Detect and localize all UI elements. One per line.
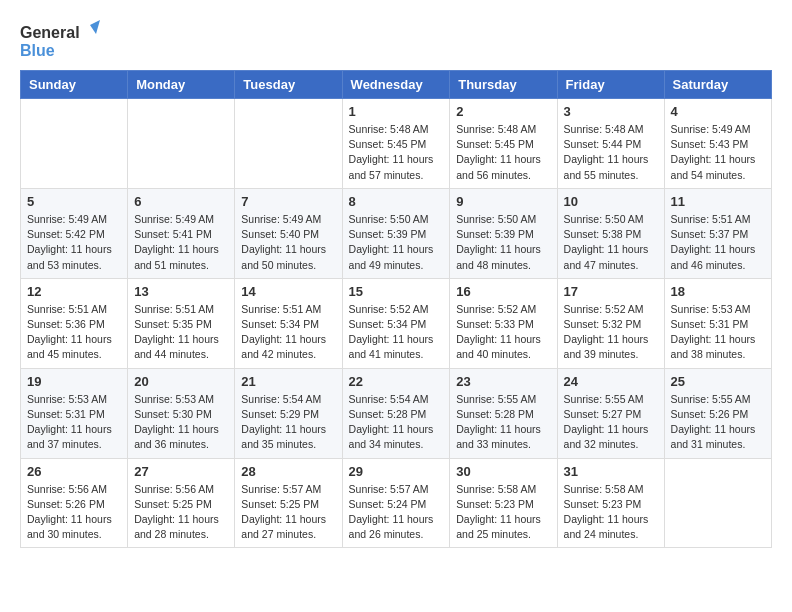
week-row-3: 12Sunrise: 5:51 AM Sunset: 5:36 PM Dayli…: [21, 278, 772, 368]
day-number: 17: [564, 284, 658, 299]
day-number: 26: [27, 464, 121, 479]
day-info: Sunrise: 5:52 AM Sunset: 5:32 PM Dayligh…: [564, 302, 658, 363]
day-cell-20: 20Sunrise: 5:53 AM Sunset: 5:30 PM Dayli…: [128, 368, 235, 458]
day-number: 1: [349, 104, 444, 119]
day-info: Sunrise: 5:56 AM Sunset: 5:25 PM Dayligh…: [134, 482, 228, 543]
day-info: Sunrise: 5:48 AM Sunset: 5:45 PM Dayligh…: [456, 122, 550, 183]
week-row-2: 5Sunrise: 5:49 AM Sunset: 5:42 PM Daylig…: [21, 188, 772, 278]
day-info: Sunrise: 5:52 AM Sunset: 5:34 PM Dayligh…: [349, 302, 444, 363]
day-cell-30: 30Sunrise: 5:58 AM Sunset: 5:23 PM Dayli…: [450, 458, 557, 548]
day-cell-23: 23Sunrise: 5:55 AM Sunset: 5:28 PM Dayli…: [450, 368, 557, 458]
day-number: 28: [241, 464, 335, 479]
day-cell-11: 11Sunrise: 5:51 AM Sunset: 5:37 PM Dayli…: [664, 188, 771, 278]
day-info: Sunrise: 5:58 AM Sunset: 5:23 PM Dayligh…: [564, 482, 658, 543]
empty-cell: [235, 99, 342, 189]
day-cell-25: 25Sunrise: 5:55 AM Sunset: 5:26 PM Dayli…: [664, 368, 771, 458]
day-info: Sunrise: 5:55 AM Sunset: 5:27 PM Dayligh…: [564, 392, 658, 453]
day-cell-4: 4Sunrise: 5:49 AM Sunset: 5:43 PM Daylig…: [664, 99, 771, 189]
day-info: Sunrise: 5:56 AM Sunset: 5:26 PM Dayligh…: [27, 482, 121, 543]
day-info: Sunrise: 5:53 AM Sunset: 5:30 PM Dayligh…: [134, 392, 228, 453]
day-cell-24: 24Sunrise: 5:55 AM Sunset: 5:27 PM Dayli…: [557, 368, 664, 458]
day-cell-16: 16Sunrise: 5:52 AM Sunset: 5:33 PM Dayli…: [450, 278, 557, 368]
day-cell-18: 18Sunrise: 5:53 AM Sunset: 5:31 PM Dayli…: [664, 278, 771, 368]
svg-text:General: General: [20, 24, 80, 41]
day-info: Sunrise: 5:48 AM Sunset: 5:45 PM Dayligh…: [349, 122, 444, 183]
week-row-4: 19Sunrise: 5:53 AM Sunset: 5:31 PM Dayli…: [21, 368, 772, 458]
day-cell-9: 9Sunrise: 5:50 AM Sunset: 5:39 PM Daylig…: [450, 188, 557, 278]
svg-marker-2: [90, 20, 100, 34]
day-info: Sunrise: 5:51 AM Sunset: 5:36 PM Dayligh…: [27, 302, 121, 363]
empty-cell: [664, 458, 771, 548]
day-cell-8: 8Sunrise: 5:50 AM Sunset: 5:39 PM Daylig…: [342, 188, 450, 278]
page-header: GeneralBlue: [20, 20, 772, 60]
weekday-header-thursday: Thursday: [450, 71, 557, 99]
day-info: Sunrise: 5:57 AM Sunset: 5:24 PM Dayligh…: [349, 482, 444, 543]
day-number: 9: [456, 194, 550, 209]
day-cell-21: 21Sunrise: 5:54 AM Sunset: 5:29 PM Dayli…: [235, 368, 342, 458]
day-cell-12: 12Sunrise: 5:51 AM Sunset: 5:36 PM Dayli…: [21, 278, 128, 368]
day-number: 5: [27, 194, 121, 209]
weekday-header-saturday: Saturday: [664, 71, 771, 99]
day-info: Sunrise: 5:50 AM Sunset: 5:38 PM Dayligh…: [564, 212, 658, 273]
empty-cell: [128, 99, 235, 189]
day-info: Sunrise: 5:49 AM Sunset: 5:43 PM Dayligh…: [671, 122, 765, 183]
day-cell-3: 3Sunrise: 5:48 AM Sunset: 5:44 PM Daylig…: [557, 99, 664, 189]
day-info: Sunrise: 5:50 AM Sunset: 5:39 PM Dayligh…: [456, 212, 550, 273]
logo: GeneralBlue: [20, 20, 100, 60]
day-info: Sunrise: 5:49 AM Sunset: 5:40 PM Dayligh…: [241, 212, 335, 273]
day-cell-19: 19Sunrise: 5:53 AM Sunset: 5:31 PM Dayli…: [21, 368, 128, 458]
day-number: 30: [456, 464, 550, 479]
day-cell-28: 28Sunrise: 5:57 AM Sunset: 5:25 PM Dayli…: [235, 458, 342, 548]
day-number: 19: [27, 374, 121, 389]
day-cell-26: 26Sunrise: 5:56 AM Sunset: 5:26 PM Dayli…: [21, 458, 128, 548]
weekday-header-tuesday: Tuesday: [235, 71, 342, 99]
week-row-1: 1Sunrise: 5:48 AM Sunset: 5:45 PM Daylig…: [21, 99, 772, 189]
weekday-header-row: SundayMondayTuesdayWednesdayThursdayFrid…: [21, 71, 772, 99]
weekday-header-sunday: Sunday: [21, 71, 128, 99]
day-cell-27: 27Sunrise: 5:56 AM Sunset: 5:25 PM Dayli…: [128, 458, 235, 548]
day-number: 25: [671, 374, 765, 389]
day-number: 23: [456, 374, 550, 389]
day-info: Sunrise: 5:51 AM Sunset: 5:34 PM Dayligh…: [241, 302, 335, 363]
day-cell-13: 13Sunrise: 5:51 AM Sunset: 5:35 PM Dayli…: [128, 278, 235, 368]
day-cell-7: 7Sunrise: 5:49 AM Sunset: 5:40 PM Daylig…: [235, 188, 342, 278]
weekday-header-friday: Friday: [557, 71, 664, 99]
day-cell-6: 6Sunrise: 5:49 AM Sunset: 5:41 PM Daylig…: [128, 188, 235, 278]
day-number: 14: [241, 284, 335, 299]
day-info: Sunrise: 5:55 AM Sunset: 5:26 PM Dayligh…: [671, 392, 765, 453]
day-number: 3: [564, 104, 658, 119]
day-number: 29: [349, 464, 444, 479]
day-info: Sunrise: 5:51 AM Sunset: 5:37 PM Dayligh…: [671, 212, 765, 273]
day-info: Sunrise: 5:51 AM Sunset: 5:35 PM Dayligh…: [134, 302, 228, 363]
day-info: Sunrise: 5:49 AM Sunset: 5:42 PM Dayligh…: [27, 212, 121, 273]
day-info: Sunrise: 5:53 AM Sunset: 5:31 PM Dayligh…: [27, 392, 121, 453]
day-cell-5: 5Sunrise: 5:49 AM Sunset: 5:42 PM Daylig…: [21, 188, 128, 278]
day-cell-31: 31Sunrise: 5:58 AM Sunset: 5:23 PM Dayli…: [557, 458, 664, 548]
day-number: 13: [134, 284, 228, 299]
empty-cell: [21, 99, 128, 189]
day-info: Sunrise: 5:58 AM Sunset: 5:23 PM Dayligh…: [456, 482, 550, 543]
day-cell-15: 15Sunrise: 5:52 AM Sunset: 5:34 PM Dayli…: [342, 278, 450, 368]
day-number: 8: [349, 194, 444, 209]
day-number: 15: [349, 284, 444, 299]
day-cell-1: 1Sunrise: 5:48 AM Sunset: 5:45 PM Daylig…: [342, 99, 450, 189]
day-cell-29: 29Sunrise: 5:57 AM Sunset: 5:24 PM Dayli…: [342, 458, 450, 548]
day-number: 24: [564, 374, 658, 389]
day-cell-14: 14Sunrise: 5:51 AM Sunset: 5:34 PM Dayli…: [235, 278, 342, 368]
day-number: 20: [134, 374, 228, 389]
day-number: 10: [564, 194, 658, 209]
day-info: Sunrise: 5:52 AM Sunset: 5:33 PM Dayligh…: [456, 302, 550, 363]
day-number: 6: [134, 194, 228, 209]
day-number: 7: [241, 194, 335, 209]
day-info: Sunrise: 5:53 AM Sunset: 5:31 PM Dayligh…: [671, 302, 765, 363]
day-number: 31: [564, 464, 658, 479]
day-info: Sunrise: 5:50 AM Sunset: 5:39 PM Dayligh…: [349, 212, 444, 273]
day-cell-17: 17Sunrise: 5:52 AM Sunset: 5:32 PM Dayli…: [557, 278, 664, 368]
week-row-5: 26Sunrise: 5:56 AM Sunset: 5:26 PM Dayli…: [21, 458, 772, 548]
svg-text:Blue: Blue: [20, 42, 55, 59]
weekday-header-monday: Monday: [128, 71, 235, 99]
weekday-header-wednesday: Wednesday: [342, 71, 450, 99]
day-number: 16: [456, 284, 550, 299]
day-info: Sunrise: 5:48 AM Sunset: 5:44 PM Dayligh…: [564, 122, 658, 183]
day-number: 12: [27, 284, 121, 299]
